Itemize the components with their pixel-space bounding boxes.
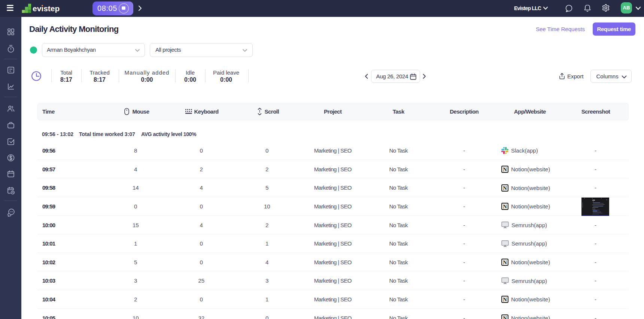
svg-text:N: N [503, 185, 507, 191]
svg-text:N: N [503, 204, 507, 210]
svg-text:N: N [503, 259, 507, 265]
svg-text:N: N [503, 297, 507, 303]
svg-text:N: N [503, 315, 507, 319]
svg-text:N: N [503, 166, 507, 172]
